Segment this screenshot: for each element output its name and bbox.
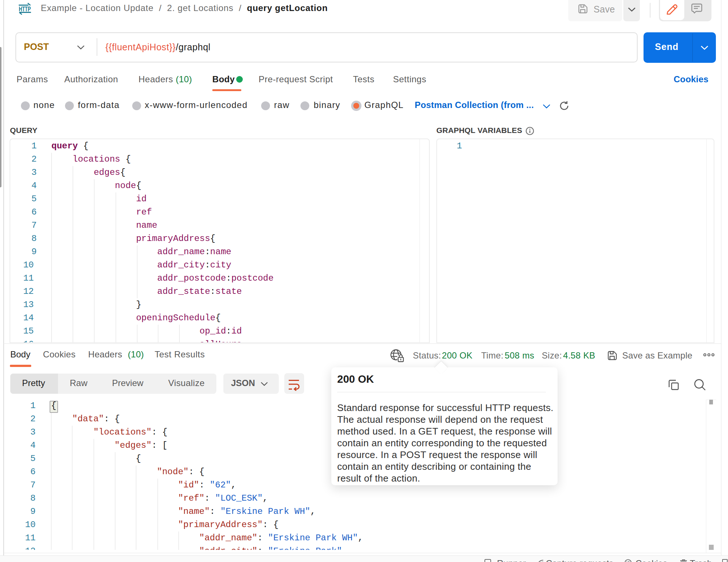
svg-text:HTTP: HTTP: [19, 5, 31, 13]
